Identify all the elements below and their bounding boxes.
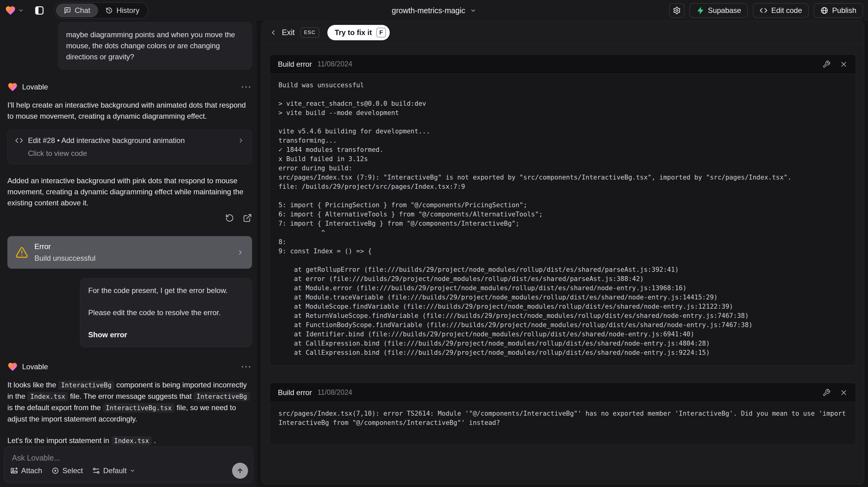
topbar-left: Chat History bbox=[5, 2, 149, 19]
assistant-message-header: Lovable ··· bbox=[7, 362, 252, 372]
attach-image-icon bbox=[10, 467, 18, 475]
user-message-text: maybe diagramming points and when you mo… bbox=[66, 29, 244, 62]
globe-icon bbox=[820, 6, 828, 14]
user-message: maybe diagramming points and when you mo… bbox=[58, 22, 252, 69]
chevron-left-icon bbox=[270, 29, 277, 36]
heart-logo bbox=[5, 5, 16, 16]
edit-code-button-label: Edit code bbox=[771, 6, 802, 15]
wrench-icon[interactable] bbox=[823, 60, 831, 68]
mode-dropdown[interactable]: Default bbox=[92, 466, 135, 475]
tab-history-label: History bbox=[117, 6, 140, 15]
chevron-right-icon bbox=[238, 137, 244, 144]
supabase-button[interactable]: Supabase bbox=[689, 3, 748, 18]
build-error-log[interactable]: src/pages/Index.tsx(7,10): error TS2614:… bbox=[270, 402, 856, 445]
assistant-paragraph: Let's fix the import statement in Index.… bbox=[7, 435, 252, 447]
show-error-link[interactable]: Show error bbox=[88, 329, 244, 340]
chevron-down-icon bbox=[470, 7, 476, 13]
chat-message-list[interactable]: maybe diagramming points and when you mo… bbox=[0, 21, 257, 447]
message-actions bbox=[7, 213, 252, 222]
open-in-new-icon[interactable] bbox=[243, 213, 252, 222]
send-button[interactable] bbox=[232, 463, 248, 479]
project-name: growth-metrics-magic bbox=[392, 6, 465, 15]
supabase-button-label: Supabase bbox=[708, 6, 741, 15]
chat-input-toolbar: Attach Select bbox=[10, 463, 248, 479]
project-switcher[interactable]: growth-metrics-magic bbox=[392, 6, 476, 15]
send-arrow-icon bbox=[236, 467, 244, 475]
try-to-fix-button[interactable]: Try to fix it F bbox=[327, 25, 390, 40]
user-message-text: Please edit the code to resolve the erro… bbox=[88, 307, 244, 318]
build-error-log-text: Build was unsuccessful > vite_react_shad… bbox=[278, 81, 847, 357]
build-error-panel: Build error 11/08/2024 src/pages/Index.t… bbox=[270, 383, 856, 445]
close-icon[interactable] bbox=[840, 60, 848, 68]
overlay-header: Exit ESC Try to fix it F bbox=[261, 21, 864, 44]
chat-input[interactable]: Ask Lovable... Attach bbox=[4, 447, 253, 483]
chat-bubble-icon bbox=[64, 7, 71, 14]
exit-button[interactable]: Exit bbox=[282, 28, 295, 37]
lovable-logo-menu[interactable] bbox=[5, 5, 24, 16]
chat-panel: maybe diagramming points and when you mo… bbox=[0, 21, 257, 487]
chevron-down-icon bbox=[18, 7, 24, 13]
build-error-header: Build error 11/08/2024 bbox=[270, 55, 856, 74]
panel-toggle-icon bbox=[34, 5, 44, 16]
refresh-icon[interactable] bbox=[225, 213, 234, 222]
build-error-chip[interactable]: Error Build unsuccessful bbox=[7, 236, 252, 269]
tab-chat[interactable]: Chat bbox=[56, 4, 98, 17]
chevron-right-icon bbox=[237, 249, 244, 256]
message-menu-button[interactable]: ··· bbox=[241, 362, 252, 372]
assistant-message-header: Lovable ··· bbox=[7, 82, 252, 92]
topbar-right: Supabase Edit code Publish bbox=[669, 3, 863, 18]
error-overlay-panel: Exit ESC Try to fix it F Build error 11/… bbox=[261, 21, 864, 485]
assistant-paragraph: It looks like the InteractiveBg componen… bbox=[7, 379, 252, 425]
message-menu-button[interactable]: ··· bbox=[241, 82, 252, 92]
code-icon bbox=[760, 6, 768, 14]
f-key-badge: F bbox=[376, 28, 386, 37]
top-bar: Chat History growth-metrics-magic bbox=[0, 0, 868, 21]
chat-history-switch: Chat History bbox=[54, 2, 149, 19]
attach-button-label: Attach bbox=[21, 466, 42, 475]
select-button-label: Select bbox=[62, 466, 83, 475]
publish-button[interactable]: Publish bbox=[814, 3, 863, 18]
publish-button-label: Publish bbox=[832, 6, 856, 15]
select-button[interactable]: Select bbox=[51, 466, 83, 475]
edit-card-title: Edit #28 • Add interactive background an… bbox=[28, 136, 233, 145]
build-error-title: Build error bbox=[278, 388, 312, 397]
chevron-down-icon bbox=[130, 468, 135, 474]
build-error-date: 11/08/2024 bbox=[317, 60, 352, 68]
heart-logo bbox=[7, 362, 18, 372]
try-to-fix-label: Try to fix it bbox=[335, 28, 372, 37]
mode-dropdown-label: Default bbox=[103, 466, 127, 475]
build-error-log-text: src/pages/Index.tsx(7,10): error TS2614:… bbox=[278, 409, 847, 436]
error-chip-subtitle: Build unsuccessful bbox=[34, 254, 96, 263]
settings-button[interactable] bbox=[669, 3, 684, 18]
gear-icon bbox=[673, 6, 681, 14]
tab-chat-label: Chat bbox=[75, 6, 90, 15]
supabase-icon bbox=[696, 6, 704, 14]
assistant-name: Lovable bbox=[22, 363, 48, 371]
user-message-text: For the code present, I get the error be… bbox=[88, 285, 244, 296]
build-error-log[interactable]: Build was unsuccessful > vite_react_shad… bbox=[270, 74, 856, 365]
wrench-icon[interactable] bbox=[823, 389, 831, 397]
code-icon bbox=[15, 136, 23, 145]
user-message: For the code present, I get the error be… bbox=[80, 278, 252, 347]
app-root: Chat History growth-metrics-magic bbox=[0, 0, 868, 487]
assistant-name: Lovable bbox=[22, 83, 48, 91]
sidebar-toggle-button[interactable] bbox=[31, 2, 47, 19]
edit-card-subtitle: Click to view code bbox=[28, 149, 244, 158]
close-icon[interactable] bbox=[840, 389, 848, 397]
esc-key-badge: ESC bbox=[300, 27, 319, 38]
assistant-paragraph: I'll help create an interactive backgrou… bbox=[7, 100, 252, 122]
error-chip-title: Error bbox=[34, 242, 96, 251]
edit-card[interactable]: Edit #28 • Add interactive background an… bbox=[7, 130, 252, 164]
warning-icon bbox=[16, 246, 28, 259]
tab-history[interactable]: History bbox=[98, 4, 147, 17]
build-error-header: Build error 11/08/2024 bbox=[270, 383, 856, 402]
history-icon bbox=[105, 7, 113, 14]
select-target-icon bbox=[51, 467, 59, 475]
attach-button[interactable]: Attach bbox=[10, 466, 42, 475]
build-error-title: Build error bbox=[278, 60, 312, 68]
chat-input-placeholder: Ask Lovable... bbox=[12, 454, 60, 462]
heart-logo bbox=[7, 82, 18, 92]
edit-code-button[interactable]: Edit code bbox=[753, 3, 809, 18]
assistant-paragraph: Added an interactive background with pin… bbox=[7, 175, 252, 209]
build-error-panel: Build error 11/08/2024 Build was unsucce… bbox=[270, 54, 856, 366]
